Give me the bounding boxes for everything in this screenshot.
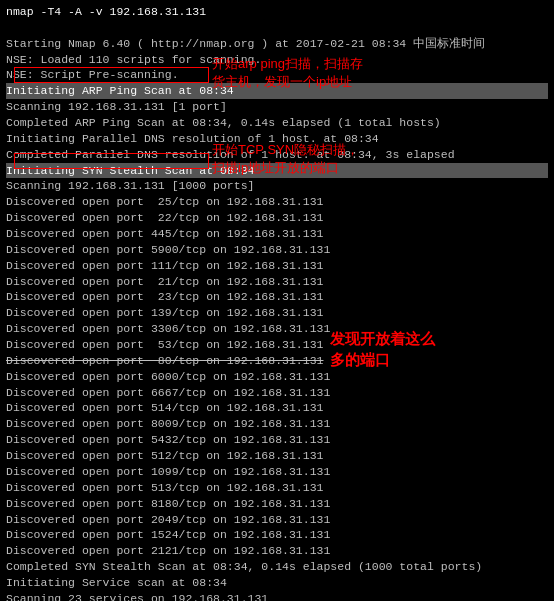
port-line: Discovered open port 8180/tcp on 192.168… — [6, 496, 548, 512]
port-line: Discovered open port 22/tcp on 192.168.3… — [6, 210, 548, 226]
output-line: Completed SYN Stealth Scan at 08:34, 0.1… — [6, 559, 548, 575]
terminal-window: nmap -T4 -A -v 192.168.31.131 Starting N… — [0, 0, 554, 601]
arp-highlight-row: Initiating ARP Ping Scan at 08:34 — [6, 83, 548, 99]
port-line: Discovered open port 513/tcp on 192.168.… — [6, 480, 548, 496]
port-line: Discovered open port 80/tcp on 192.168.3… — [6, 353, 548, 369]
port-line: Discovered open port 6000/tcp on 192.168… — [6, 369, 548, 385]
port-line: Discovered open port 3306/tcp on 192.168… — [6, 321, 548, 337]
output-line: NSE: Loaded 110 scripts for scanning. — [6, 52, 548, 68]
output-line: Initiating Parallel DNS resolution of 1 … — [6, 131, 548, 147]
syn-highlight-row: Initiating SYN Stealth Scan at 08:34 — [6, 163, 548, 179]
port-line: Discovered open port 6667/tcp on 192.168… — [6, 385, 548, 401]
port-line: Discovered open port 21/tcp on 192.168.3… — [6, 274, 548, 290]
port-line: Discovered open port 5432/tcp on 192.168… — [6, 432, 548, 448]
port-line: Discovered open port 5900/tcp on 192.168… — [6, 242, 548, 258]
port-line: Discovered open port 111/tcp on 192.168.… — [6, 258, 548, 274]
port-line: Discovered open port 2049/tcp on 192.168… — [6, 512, 548, 528]
port-line: Discovered open port 8009/tcp on 192.168… — [6, 416, 548, 432]
output-line: Scanning 23 services on 192.168.31.131 — [6, 591, 548, 601]
port-line: Discovered open port 2121/tcp on 192.168… — [6, 543, 548, 559]
port-line: Discovered open port 53/tcp on 192.168.3… — [6, 337, 548, 353]
port-line: Discovered open port 1524/tcp on 192.168… — [6, 527, 548, 543]
output-line: NSE: Script Pre-scanning. — [6, 67, 548, 83]
output-line: Completed Parallel DNS resolution of 1 h… — [6, 147, 548, 163]
port-line: Discovered open port 514/tcp on 192.168.… — [6, 400, 548, 416]
port-line: Discovered open port 25/tcp on 192.168.3… — [6, 194, 548, 210]
output-line: Scanning 192.168.31.131 [1 port] — [6, 99, 548, 115]
output-line: Scanning 192.168.31.131 [1000 ports] — [6, 178, 548, 194]
port-line: Discovered open port 512/tcp on 192.168.… — [6, 448, 548, 464]
output-line — [6, 20, 548, 36]
output-line: Starting Nmap 6.40 ( http://nmap.org ) a… — [6, 36, 548, 52]
port-line: Discovered open port 1099/tcp on 192.168… — [6, 464, 548, 480]
port-line: Discovered open port 139/tcp on 192.168.… — [6, 305, 548, 321]
output-line: Completed ARP Ping Scan at 08:34, 0.14s … — [6, 115, 548, 131]
port-line: Discovered open port 23/tcp on 192.168.3… — [6, 289, 548, 305]
port-line: Discovered open port 445/tcp on 192.168.… — [6, 226, 548, 242]
command-line: nmap -T4 -A -v 192.168.31.131 — [6, 4, 548, 20]
output-line: Initiating Service scan at 08:34 — [6, 575, 548, 591]
